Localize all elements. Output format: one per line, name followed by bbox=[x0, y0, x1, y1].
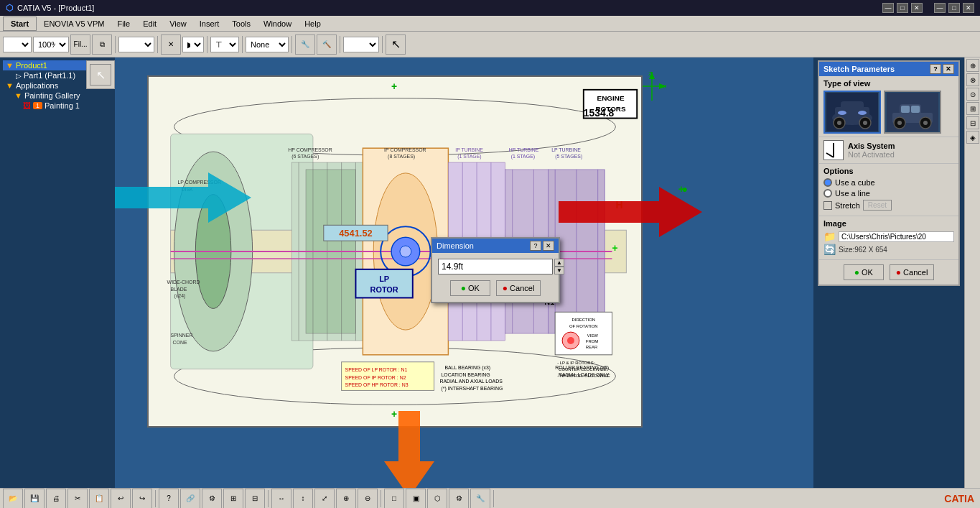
dim-ok-btn[interactable]: ● OK bbox=[450, 280, 490, 296]
rt-btn-6[interactable]: ◈ bbox=[966, 131, 979, 144]
dim-cancel-circle: ● bbox=[503, 283, 508, 293]
bt-btn-4[interactable]: ✂ bbox=[67, 489, 88, 509]
bt-btn-18[interactable]: □ bbox=[384, 489, 404, 509]
menu-start[interactable]: Start bbox=[3, 17, 37, 31]
svg-text:(6 STAGES): (6 STAGES) bbox=[291, 154, 319, 160]
pointer-tool-btn[interactable]: ↖ bbox=[90, 64, 111, 86]
tov-option-front[interactable] bbox=[823, 91, 881, 134]
app-maximize-btn[interactable]: □ bbox=[897, 3, 908, 13]
reset-btn[interactable]: Reset bbox=[863, 200, 892, 211]
app-minimize-btn[interactable]: — bbox=[882, 3, 894, 13]
rt-btn-1[interactable]: ⊕ bbox=[966, 59, 979, 72]
main-layout: ↖ ▼ Product1 ▷ Part1 (Part1.1) ▼ Applica… bbox=[0, 57, 980, 488]
bt-btn-22[interactable]: 🔧 bbox=[470, 489, 490, 509]
close-btn[interactable]: ✕ bbox=[963, 3, 974, 13]
dim-cancel-btn[interactable]: ● Cancel bbox=[496, 280, 541, 296]
rt-btn-2[interactable]: ⊗ bbox=[966, 73, 979, 86]
tree-item-painting1[interactable]: 🖼 1 Painting 1 bbox=[3, 101, 112, 111]
bt-btn-9[interactable]: 🔗 bbox=[180, 489, 200, 509]
dim-footer: ● OK ● Cancel bbox=[438, 280, 553, 296]
dim-dialog-titlebar: Dimension ? ✕ bbox=[432, 239, 559, 253]
toolbar-select-2[interactable] bbox=[118, 37, 154, 52]
menu-view[interactable]: View bbox=[164, 17, 192, 31]
maximize-btn[interactable]: □ bbox=[948, 3, 960, 13]
sp-close-btn[interactable]: ✕ bbox=[943, 64, 954, 74]
none-select[interactable]: None bbox=[246, 37, 289, 52]
dim-spin-down[interactable]: ▼ bbox=[554, 267, 564, 274]
bt-btn-6[interactable]: ↩ bbox=[111, 489, 131, 509]
svg-text:HP COMPRESSOR: HP COMPRESSOR bbox=[288, 147, 332, 152]
toolbar-select-3[interactable]: ▶ bbox=[182, 37, 204, 52]
menu-enovia[interactable]: ENOVIA V5 VPM bbox=[38, 17, 110, 31]
tb-icon-2[interactable]: 🔨 bbox=[317, 34, 337, 55]
zoom-select[interactable]: 100% bbox=[33, 37, 69, 52]
titlebar: ⬡ CATIA V5 - [Product1] — □ ✕ — □ ✕ bbox=[0, 0, 980, 16]
dim-help-btn[interactable]: ? bbox=[530, 241, 541, 251]
use-cube-radio[interactable] bbox=[823, 178, 832, 187]
filter-icon-btn[interactable]: ⧉ bbox=[92, 34, 112, 55]
bt-btn-16[interactable]: ⊕ bbox=[336, 489, 356, 509]
stretch-label: Stretch bbox=[835, 201, 860, 210]
bt-btn-13[interactable]: ↔ bbox=[271, 489, 291, 509]
bt-btn-5[interactable]: 📋 bbox=[89, 489, 109, 509]
dim-spin-up[interactable]: ▲ bbox=[554, 259, 564, 267]
bt-btn-15[interactable]: ⤢ bbox=[314, 489, 335, 509]
tb-btn-x[interactable]: ✕ bbox=[161, 34, 181, 55]
menu-tools[interactable]: Tools bbox=[226, 17, 256, 31]
svg-text:BLADE: BLADE bbox=[171, 287, 187, 292]
bt-btn-3[interactable]: 🖨 bbox=[46, 489, 66, 509]
dim-spinner: ▲ ▼ bbox=[554, 259, 564, 274]
app-close-btn[interactable]: ✕ bbox=[911, 3, 923, 13]
bt-btn-17[interactable]: ⊖ bbox=[358, 489, 378, 509]
svg-point-101 bbox=[838, 111, 846, 115]
toolbar-select-5[interactable] bbox=[343, 37, 379, 52]
tb-icon-1[interactable]: 🔧 bbox=[295, 34, 315, 55]
image-path-row: 📁 C:\Users\Chris\Pictures\20 bbox=[823, 231, 954, 242]
bt-btn-14[interactable]: ↕ bbox=[293, 489, 313, 509]
toolbar-select-4[interactable]: ⊤ bbox=[210, 37, 239, 52]
bt-btn-1[interactable]: 📂 bbox=[3, 489, 23, 509]
use-line-radio[interactable] bbox=[823, 189, 832, 198]
rt-btn-4[interactable]: ⊞ bbox=[966, 102, 979, 115]
bt-btn-19[interactable]: ▣ bbox=[406, 489, 426, 509]
sp-ok-btn[interactable]: ● OK bbox=[844, 264, 884, 280]
menu-edit[interactable]: Edit bbox=[137, 17, 162, 31]
minimize-btn[interactable]: — bbox=[934, 3, 946, 13]
svg-marker-6 bbox=[559, 187, 702, 237]
svg-text:VIEW: VIEW bbox=[587, 333, 599, 338]
svg-text:Z: Z bbox=[648, 70, 652, 77]
dim-close-btn[interactable]: ✕ bbox=[543, 241, 554, 251]
toolbar-select-1[interactable] bbox=[3, 37, 32, 52]
dim-value-input[interactable] bbox=[438, 259, 553, 274]
bt-btn-7[interactable]: ↪ bbox=[132, 489, 152, 509]
tree-item-painting-gallery[interactable]: ▼ Painting Gallery bbox=[3, 91, 112, 101]
bt-btn-10[interactable]: ⚙ bbox=[202, 489, 222, 509]
bt-btn-20[interactable]: ⬡ bbox=[427, 489, 447, 509]
svg-rect-111 bbox=[911, 106, 920, 113]
rt-btn-5[interactable]: ⊟ bbox=[966, 116, 979, 129]
options-section: Options Use a cube Use a line Stretch Re… bbox=[819, 164, 958, 216]
stretch-checkbox[interactable] bbox=[823, 201, 832, 210]
bt-btn-12[interactable]: ⊟ bbox=[245, 489, 265, 509]
bt-btn-21[interactable]: ⚙ bbox=[449, 489, 469, 509]
tov-option-side[interactable] bbox=[884, 91, 941, 134]
menu-help[interactable]: Help bbox=[299, 17, 327, 31]
catia-logo-bottom: CATIA bbox=[944, 493, 974, 504]
bt-btn-2[interactable]: 💾 bbox=[24, 489, 45, 509]
menu-insert[interactable]: Insert bbox=[194, 17, 225, 31]
rt-btn-3[interactable]: ⊙ bbox=[966, 88, 979, 101]
svg-point-76 bbox=[567, 337, 574, 344]
bt-sep-1 bbox=[155, 490, 156, 507]
cursor-btn[interactable]: ↖ bbox=[386, 34, 406, 55]
bt-btn-8[interactable]: ? bbox=[159, 489, 179, 509]
sep-7 bbox=[382, 36, 383, 53]
filter-btn[interactable]: Fil... bbox=[70, 34, 90, 55]
tree-part-icon: ▷ bbox=[16, 72, 22, 80]
menu-file[interactable]: File bbox=[111, 17, 136, 31]
canvas-area[interactable]: Z X + + + + ● bbox=[115, 57, 813, 488]
use-line-row: Use a line bbox=[823, 189, 954, 198]
bt-btn-11[interactable]: ⊞ bbox=[223, 489, 243, 509]
menu-window[interactable]: Window bbox=[258, 17, 297, 31]
sp-cancel-btn[interactable]: ● Cancel bbox=[890, 264, 935, 280]
sp-help-btn[interactable]: ? bbox=[930, 64, 941, 74]
